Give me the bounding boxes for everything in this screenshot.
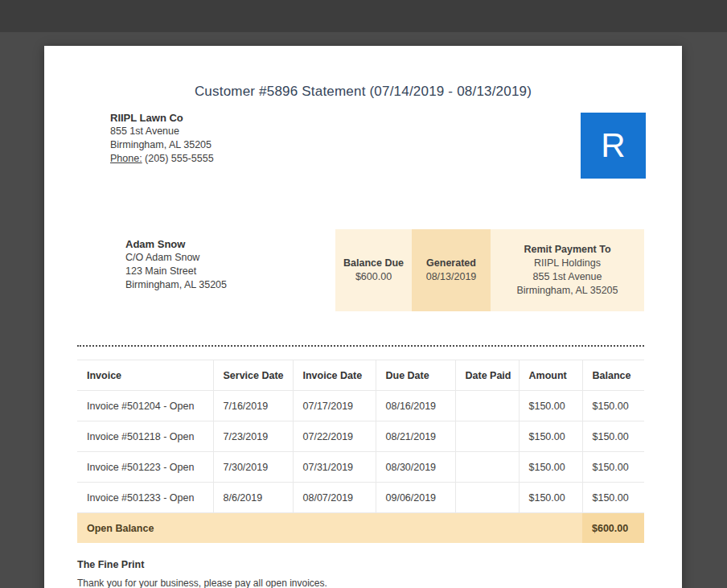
- generated-cell: Generated 08/13/2019: [412, 229, 491, 311]
- customer-line3: Birmingham, AL 35205: [125, 278, 227, 292]
- column-header-balance: Balance: [582, 360, 644, 391]
- remit-label: Remit Payment To: [491, 243, 644, 257]
- balance-cell: $150.00: [582, 421, 644, 452]
- viewer-top-strip: [0, 0, 727, 32]
- balance-due-cell: Balance Due $600.00: [335, 229, 412, 311]
- company-address-line1: 855 1st Avenue: [110, 125, 214, 138]
- company-logo: R: [581, 113, 646, 179]
- date-paid-cell: [455, 391, 519, 421]
- column-header-invoice: Invoice: [77, 360, 213, 391]
- due-date-cell: 09/06/2019: [376, 483, 455, 513]
- service-date-cell: 7/30/2019: [213, 452, 293, 483]
- due-date-cell: 08/30/2019: [376, 452, 455, 483]
- table-row: Invoice #501233 - Open 8/6/2019 08/07/20…: [77, 483, 644, 513]
- table-header-row: Invoice Service Date Invoice Date Due Da…: [77, 360, 644, 391]
- amount-cell: $150.00: [519, 421, 582, 452]
- service-date-cell: 7/23/2019: [213, 421, 293, 452]
- invoice-cell: Invoice #501223 - Open: [77, 452, 213, 483]
- column-header-amount: Amount: [519, 360, 582, 391]
- company-block: RIIPL Lawn Co 855 1st Avenue Birmingham,…: [110, 111, 214, 166]
- due-date-cell: 08/16/2019: [376, 391, 455, 421]
- invoice-date-cell: 07/17/2019: [293, 391, 376, 421]
- logo-letter: R: [601, 126, 625, 165]
- invoice-date-cell: 07/22/2019: [293, 421, 376, 452]
- open-balance-value: $600.00: [582, 513, 644, 544]
- generated-value: 08/13/2019: [412, 270, 491, 284]
- amount-cell: $150.00: [519, 391, 582, 421]
- dotted-divider: [77, 345, 644, 347]
- balance-cell: $150.00: [582, 483, 644, 513]
- balance-cell: $150.00: [582, 391, 644, 421]
- date-paid-cell: [455, 452, 519, 483]
- amount-cell: $150.00: [519, 483, 582, 513]
- generated-label: Generated: [412, 257, 491, 270]
- table-row: Invoice #501204 - Open 7/16/2019 07/17/2…: [77, 391, 644, 421]
- column-header-service-date: Service Date: [213, 360, 293, 391]
- remit-line1: RIIPL Holdings: [491, 257, 644, 270]
- summary-box: Balance Due $600.00 Generated 08/13/2019…: [335, 229, 644, 311]
- balance-cell: $150.00: [582, 452, 644, 483]
- customer-block: Adam Snow C/O Adam Snow 123 Main Street …: [125, 237, 227, 292]
- open-balance-label: Open Balance: [77, 513, 582, 544]
- invoice-cell: Invoice #501233 - Open: [77, 483, 213, 513]
- phone-number: (205) 555-5555: [145, 153, 213, 164]
- invoice-date-cell: 08/07/2019: [293, 483, 376, 513]
- column-header-date-paid: Date Paid: [455, 360, 519, 391]
- date-paid-cell: [455, 483, 519, 513]
- remit-cell: Remit Payment To RIIPL Holdings 855 1st …: [491, 229, 644, 311]
- remit-line2: 855 1st Avenue: [491, 270, 644, 284]
- date-paid-cell: [455, 421, 519, 452]
- service-date-cell: 7/16/2019: [213, 391, 293, 421]
- amount-cell: $150.00: [519, 452, 582, 483]
- table-row: Invoice #501218 - Open 7/23/2019 07/22/2…: [77, 421, 644, 452]
- table-row: Invoice #501223 - Open 7/30/2019 07/31/2…: [77, 452, 644, 483]
- balance-due-label: Balance Due: [335, 257, 412, 270]
- phone-label: Phone:: [110, 153, 142, 164]
- service-date-cell: 8/6/2019: [213, 483, 293, 513]
- invoice-date-cell: 07/31/2019: [293, 452, 376, 483]
- due-date-cell: 08/21/2019: [376, 421, 455, 452]
- statement-page: Customer #5896 Statement (07/14/2019 - 0…: [44, 46, 682, 588]
- invoice-table: Invoice Service Date Invoice Date Due Da…: [77, 360, 644, 543]
- company-name: RIIPL Lawn Co: [110, 111, 214, 125]
- fine-print-title: The Fine Print: [77, 559, 144, 570]
- invoice-cell: Invoice #501218 - Open: [77, 421, 213, 452]
- company-phone-line: Phone: (205) 555-5555: [110, 152, 214, 166]
- remit-line3: Birmingham, AL 35205: [491, 284, 644, 298]
- customer-line1: C/O Adam Snow: [125, 251, 227, 265]
- open-balance-row: Open Balance $600.00: [77, 513, 644, 544]
- statement-title: Customer #5896 Statement (07/14/2019 - 0…: [44, 84, 682, 100]
- balance-due-value: $600.00: [335, 270, 412, 284]
- company-address-line2: Birmingham, AL 35205: [110, 138, 214, 152]
- customer-line2: 123 Main Street: [125, 265, 227, 278]
- customer-name: Adam Snow: [125, 237, 227, 251]
- column-header-invoice-date: Invoice Date: [293, 360, 376, 391]
- fine-print-body: Thank you for your business, please pay …: [77, 578, 327, 588]
- column-header-due-date: Due Date: [376, 360, 455, 391]
- invoice-cell: Invoice #501204 - Open: [77, 391, 213, 421]
